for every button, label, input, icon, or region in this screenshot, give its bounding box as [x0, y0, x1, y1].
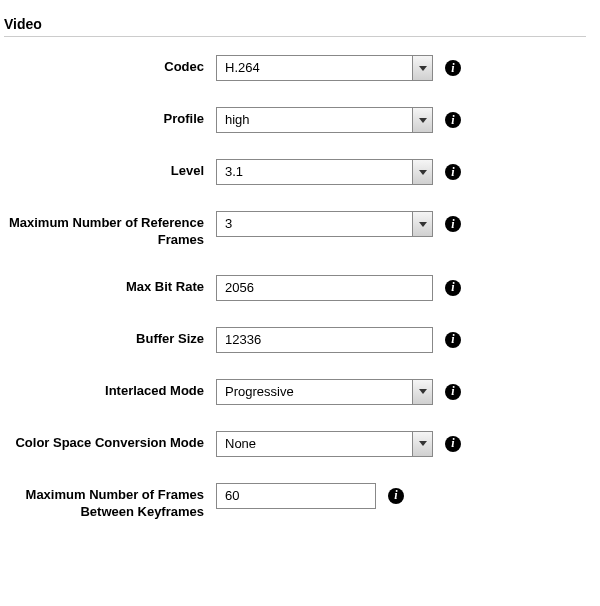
- row-max-bit-rate: Max Bit Rate i: [4, 275, 586, 301]
- info-icon[interactable]: i: [445, 60, 461, 76]
- info-icon[interactable]: i: [445, 164, 461, 180]
- row-max-ref-frames: Maximum Number of Reference Frames 3 i: [4, 211, 586, 249]
- label-interlaced: Interlaced Mode: [4, 379, 216, 400]
- row-color-space: Color Space Conversion Mode None i: [4, 431, 586, 457]
- info-icon[interactable]: i: [445, 384, 461, 400]
- section-title-video: Video: [4, 10, 586, 37]
- label-buffer-size: Buffer Size: [4, 327, 216, 348]
- svg-marker-2: [419, 170, 427, 175]
- label-max-ref-frames: Maximum Number of Reference Frames: [4, 211, 216, 249]
- select-level[interactable]: 3.1: [216, 159, 433, 185]
- row-level: Level 3.1 i: [4, 159, 586, 185]
- chevron-down-icon: [412, 432, 432, 456]
- svg-marker-5: [419, 441, 427, 446]
- svg-marker-1: [419, 118, 427, 123]
- info-icon[interactable]: i: [445, 112, 461, 128]
- select-max-ref-frames[interactable]: 3: [216, 211, 433, 237]
- select-interlaced-value: Progressive: [217, 380, 412, 404]
- info-icon[interactable]: i: [445, 436, 461, 452]
- select-color-space[interactable]: None: [216, 431, 433, 457]
- row-codec: Codec H.264 i: [4, 55, 586, 81]
- info-icon[interactable]: i: [388, 488, 404, 504]
- row-interlaced: Interlaced Mode Progressive i: [4, 379, 586, 405]
- chevron-down-icon: [412, 380, 432, 404]
- svg-marker-0: [419, 66, 427, 71]
- select-profile-value: high: [217, 108, 412, 132]
- select-codec[interactable]: H.264: [216, 55, 433, 81]
- svg-marker-4: [419, 389, 427, 394]
- row-max-frames-key: Maximum Number of Frames Between Keyfram…: [4, 483, 586, 521]
- chevron-down-icon: [412, 56, 432, 80]
- input-max-frames-key[interactable]: [216, 483, 376, 509]
- label-level: Level: [4, 159, 216, 180]
- input-buffer-size[interactable]: [216, 327, 433, 353]
- info-icon[interactable]: i: [445, 280, 461, 296]
- chevron-down-icon: [412, 212, 432, 236]
- label-color-space: Color Space Conversion Mode: [4, 431, 216, 452]
- info-icon[interactable]: i: [445, 216, 461, 232]
- select-color-space-value: None: [217, 432, 412, 456]
- label-max-bit-rate: Max Bit Rate: [4, 275, 216, 296]
- select-level-value: 3.1: [217, 160, 412, 184]
- label-profile: Profile: [4, 107, 216, 128]
- select-interlaced[interactable]: Progressive: [216, 379, 433, 405]
- label-max-frames-key: Maximum Number of Frames Between Keyfram…: [4, 483, 216, 521]
- svg-marker-3: [419, 222, 427, 227]
- label-codec: Codec: [4, 55, 216, 76]
- info-icon[interactable]: i: [445, 332, 461, 348]
- chevron-down-icon: [412, 108, 432, 132]
- row-buffer-size: Buffer Size i: [4, 327, 586, 353]
- chevron-down-icon: [412, 160, 432, 184]
- select-profile[interactable]: high: [216, 107, 433, 133]
- select-codec-value: H.264: [217, 56, 412, 80]
- input-max-bit-rate[interactable]: [216, 275, 433, 301]
- select-max-ref-frames-value: 3: [217, 212, 412, 236]
- row-profile: Profile high i: [4, 107, 586, 133]
